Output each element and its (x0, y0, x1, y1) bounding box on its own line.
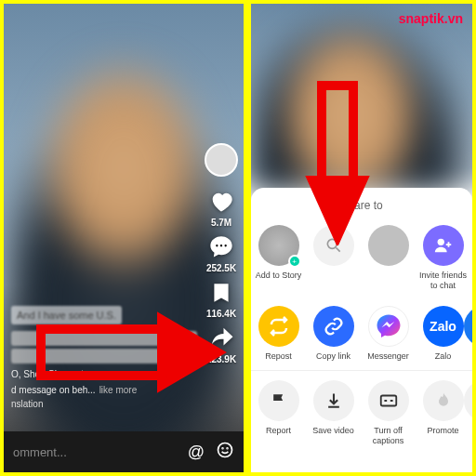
comment-count: 252.5K (206, 263, 236, 273)
mention-icon[interactable]: @ (188, 443, 205, 462)
share-sheet-panel: snaptik.vn Share to + Add to Story Invit… (251, 4, 472, 472)
annotation-arrow (32, 311, 227, 394)
save-video-option[interactable]: Save video (306, 380, 361, 446)
zalo-icon: Zalo (423, 306, 464, 347)
svg-point-7 (437, 239, 443, 245)
svg-point-2 (225, 245, 227, 246)
flag-icon (258, 380, 299, 421)
captions-option[interactable]: Turn off captions (361, 380, 416, 446)
facebook-option[interactable]: Fac (470, 306, 472, 362)
share-apps-row: Repost Copy link Messenger Zalo Zalo Fac (251, 302, 472, 365)
svg-point-5 (227, 448, 228, 449)
divider (251, 370, 472, 371)
add-to-story[interactable]: + Add to Story (251, 225, 306, 291)
invite-friends[interactable]: Invite friends to chat (416, 225, 470, 291)
svg-rect-8 (380, 396, 396, 406)
watermark: snaptik.vn (399, 11, 463, 26)
fire-icon (423, 380, 464, 421)
share-actions-row: Report Save video Turn off captions Prom… (251, 377, 472, 450)
captions-icon (368, 380, 409, 421)
comment-input[interactable]: omment... (13, 445, 177, 459)
like-button[interactable]: 5.7M (207, 188, 235, 228)
comment-bar: omment... @ (4, 431, 244, 472)
svg-point-0 (216, 245, 218, 246)
bookmark-icon (207, 279, 235, 307)
link-icon (313, 306, 354, 347)
repost-icon (258, 306, 299, 347)
promote-option[interactable]: Promote (416, 380, 470, 446)
messenger-icon (368, 306, 409, 347)
invite-icon (423, 225, 464, 266)
svg-point-4 (222, 448, 223, 449)
comment-button[interactable]: 252.5K (206, 233, 236, 273)
report-option[interactable]: Report (251, 380, 306, 446)
heart-icon (207, 188, 235, 216)
zalo-option[interactable]: Zalo Zalo (416, 306, 470, 362)
messenger-option[interactable]: Messenger (361, 306, 416, 362)
repost-option[interactable]: Repost (251, 306, 306, 362)
more-option[interactable]: D (470, 380, 472, 446)
emoji-icon[interactable] (216, 441, 234, 463)
contact-avatar-icon (368, 225, 409, 266)
download-icon (313, 380, 354, 421)
story-avatar-icon: + (258, 225, 299, 266)
copy-link-option[interactable]: Copy link (306, 306, 361, 362)
svg-point-1 (220, 245, 222, 246)
profile-avatar[interactable] (205, 143, 238, 177)
tiktok-feed-panel: 5.7M 252.5K 116.4K 223.9K And I have som… (4, 4, 244, 472)
like-count: 5.7M (211, 218, 231, 228)
annotation-arrow (305, 78, 370, 245)
comment-icon (207, 233, 235, 261)
translation-link[interactable]: nslation (11, 399, 197, 409)
svg-point-3 (218, 443, 232, 457)
